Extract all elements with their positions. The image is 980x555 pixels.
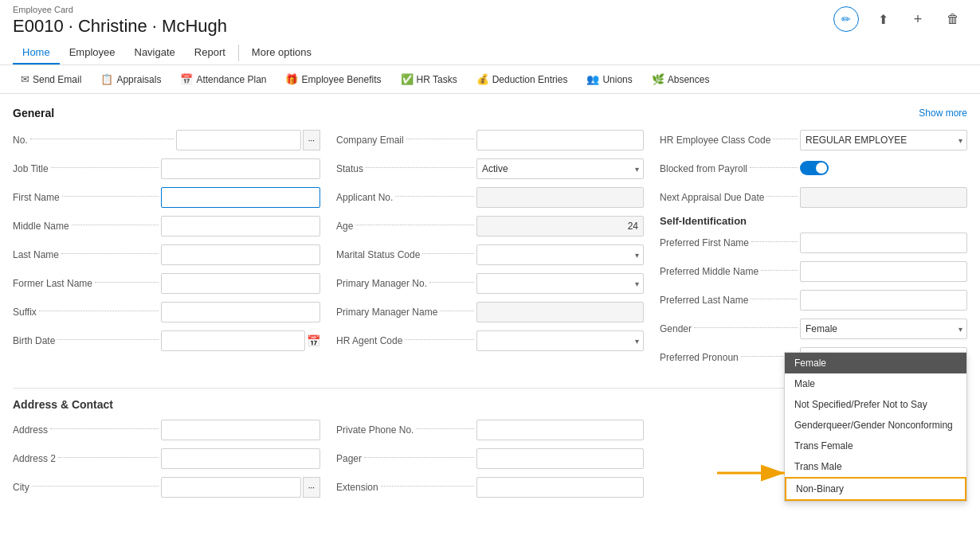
gender-option-genderqueer[interactable]: Genderqueer/Gender Nonconforming — [785, 415, 966, 436]
employee-benefits-button[interactable]: 🎁 Employee Benefits — [277, 70, 389, 88]
delete-icon[interactable]: 🗑 — [942, 8, 964, 30]
no-ellipsis-button[interactable]: ··· — [303, 130, 320, 150]
gender-select[interactable]: Female Male Not Specified/Prefer Not to … — [800, 319, 967, 339]
nav-menu: Home Employee Navigate Report More optio… — [13, 41, 967, 64]
nav-employee[interactable]: Employee — [60, 41, 125, 64]
field-preferred-first: Preferred First Name ADMIN — [660, 232, 967, 254]
hr-employee-class-select[interactable]: REGULAR EMPLOYEE — [800, 130, 967, 150]
self-id-title: Self-Identification — [660, 215, 747, 227]
hr-agent-code-select[interactable] — [476, 330, 644, 351]
field-extension: Extension — [336, 476, 644, 498]
applicant-no-input[interactable] — [476, 187, 644, 208]
share-icon[interactable]: ⬆ — [872, 8, 894, 30]
general-col-2: Company Email ADMIN@cronus-demosite.com … — [336, 129, 644, 375]
send-email-button[interactable]: ✉ Send Email — [13, 70, 89, 88]
middle-name-input[interactable] — [161, 216, 320, 236]
gender-option-trans-female[interactable]: Trans Female — [785, 436, 966, 456]
field-first-name: First Name Christine — [13, 186, 320, 209]
status-label: Status — [336, 163, 363, 174]
preferred-middle-label: Preferred Middle Name — [660, 266, 759, 277]
company-email-input[interactable]: ADMIN@cronus-demosite.com — [476, 130, 644, 150]
field-status: Status Active Inactive ▾ — [336, 158, 644, 180]
gender-option-not-specified[interactable]: Not Specified/Prefer Not to Say — [785, 394, 966, 415]
pager-label: Pager — [336, 453, 362, 464]
last-name-input[interactable]: McHugh — [161, 244, 320, 265]
gender-option-male[interactable]: Male — [785, 373, 966, 394]
edit-icon[interactable]: ✏ — [833, 6, 859, 32]
address-label: Address — [13, 424, 48, 436]
no-input[interactable]: E0010 — [176, 130, 300, 150]
attendance-plan-button[interactable]: 📅 Attendance Plan — [172, 70, 274, 88]
field-blocked-payroll: Blocked from Payroll — [660, 158, 967, 180]
hr-agent-code-label: HR Agent Code — [336, 335, 402, 346]
content-area: General Show more No. E0010 ··· Job Titl — [0, 94, 980, 537]
gender-option-trans-male[interactable]: Trans Male — [785, 456, 966, 477]
private-phone-input[interactable] — [476, 420, 644, 440]
field-pager: Pager — [336, 448, 644, 470]
next-appraisal-label: Next Appraisal Due Date — [660, 192, 764, 203]
nav-report[interactable]: Report — [185, 41, 235, 64]
field-primary-manager-name: Primary Manager Name — [336, 301, 644, 323]
unions-button[interactable]: 👥 Unions — [578, 70, 640, 88]
extension-label: Extension — [336, 482, 378, 493]
show-more-button[interactable]: Show more — [919, 107, 967, 119]
birth-date-input[interactable]: 1/1/2000 — [161, 330, 305, 351]
gender-option-non-binary[interactable]: Non-Binary — [785, 477, 966, 501]
field-address2: Address 2 — [13, 448, 320, 470]
gender-dropdown-menu: Female Male Not Specified/Prefer Not to … — [784, 352, 967, 502]
primary-manager-no-select[interactable] — [476, 273, 644, 294]
absences-button[interactable]: 🌿 Absences — [644, 70, 718, 88]
field-birth-date: Birth Date 1/1/2000 📅 — [13, 330, 320, 352]
preferred-first-input[interactable]: ADMIN — [800, 233, 967, 253]
deduction-entries-button[interactable]: 💰 Deduction Entries — [468, 70, 576, 88]
city-label: City — [13, 482, 29, 493]
appraisals-button[interactable]: 📋 Appraisals — [92, 70, 169, 88]
unions-icon: 👥 — [586, 73, 599, 85]
gender-option-female[interactable]: Female — [785, 353, 966, 373]
preferred-middle-input[interactable] — [800, 261, 967, 282]
toggle-indicator[interactable] — [800, 161, 829, 175]
birth-date-label: Birth Date — [13, 335, 55, 346]
marital-status-select[interactable] — [476, 244, 644, 265]
pager-input[interactable] — [476, 448, 644, 469]
address2-input[interactable] — [161, 448, 320, 469]
benefits-icon: 🎁 — [285, 73, 298, 85]
field-preferred-last: Preferred Last Name ADMIN — [660, 289, 967, 311]
general-col-3: HR Employee Class Code REGULAR EMPLOYEE … — [660, 129, 967, 375]
primary-manager-name-label: Primary Manager Name — [336, 307, 437, 318]
field-applicant-no: Applicant No. — [336, 186, 644, 209]
field-age: Age 24 — [336, 215, 644, 237]
field-job-title: Job Title Teacher Elementary — [13, 158, 320, 180]
hr-tasks-button[interactable]: ✅ HR Tasks — [393, 70, 465, 88]
preferred-last-input[interactable]: ADMIN — [800, 290, 967, 311]
gender-label: Gender — [660, 323, 692, 334]
field-preferred-middle: Preferred Middle Name — [660, 260, 967, 283]
job-title-input[interactable]: Teacher Elementary — [161, 158, 320, 179]
nav-more-options[interactable]: More options — [242, 41, 321, 64]
field-marital-status: Marital Status Code ▾ — [336, 244, 644, 266]
add-icon[interactable]: + — [907, 8, 929, 30]
field-hr-employee-class: HR Employee Class Code REGULAR EMPLOYEE … — [660, 129, 967, 151]
blocked-payroll-toggle[interactable] — [800, 161, 829, 175]
general-col-1: No. E0010 ··· Job Title Teacher Elementa… — [13, 129, 320, 375]
field-former-last-name: Former Last Name — [13, 272, 320, 295]
extension-input[interactable] — [476, 477, 644, 498]
city-input[interactable]: Toronto — [161, 477, 301, 498]
city-ellipsis-button[interactable]: ··· — [303, 477, 320, 498]
field-address: Address 12 Test Street — [13, 419, 320, 441]
address-input[interactable]: 12 Test Street — [161, 420, 320, 440]
primary-manager-name-input[interactable] — [476, 302, 644, 322]
former-last-name-input[interactable] — [161, 273, 320, 294]
calendar-icon[interactable]: 📅 — [307, 334, 320, 347]
nav-home[interactable]: Home — [13, 41, 60, 64]
suffix-input[interactable] — [161, 302, 320, 322]
next-appraisal-input[interactable]: 6/1/2024 — [800, 187, 967, 208]
absences-icon: 🌿 — [652, 73, 664, 85]
email-icon: ✉ — [21, 73, 29, 85]
preferred-last-label: Preferred Last Name — [660, 295, 748, 306]
deduction-icon: 💰 — [476, 73, 489, 85]
company-email-label: Company Email — [336, 135, 404, 146]
status-select[interactable]: Active Inactive — [476, 158, 644, 179]
nav-navigate[interactable]: Navigate — [125, 41, 185, 64]
first-name-input[interactable]: Christine — [161, 187, 320, 208]
